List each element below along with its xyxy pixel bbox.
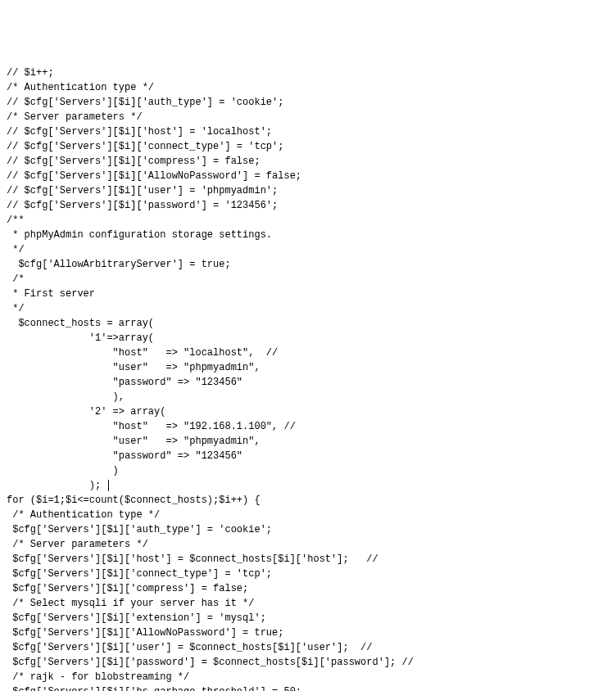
code-line: /** — [7, 213, 609, 228]
code-line: * First server — [7, 287, 609, 301]
code-line: $cfg['Servers'][$i]['connect_type'] = 't… — [7, 567, 609, 581]
code-line: ) — [7, 463, 609, 478]
code-line: $cfg['Servers'][$i]['bs_garbage_threshol… — [7, 684, 609, 691]
code-line: "host" => "localhost", // — [7, 346, 609, 360]
code-line: $connect_hosts = array( — [7, 316, 609, 331]
code-line: /* Authentication type */ — [7, 508, 609, 522]
code-line: /* Server parameters */ — [7, 537, 609, 552]
code-line: */ — [7, 301, 609, 316]
code-line: ); — [7, 478, 609, 493]
code-line: $cfg['Servers'][$i]['compress'] = false; — [7, 581, 609, 596]
code-line: // $cfg['Servers'][$i]['connect_type'] =… — [7, 139, 609, 154]
code-line: /* Authentication type */ — [7, 80, 609, 95]
code-line: /* Server parameters */ — [7, 110, 609, 124]
code-line: $cfg['AllowArbitraryServer'] = true; — [7, 257, 609, 272]
code-line: /* — [7, 272, 609, 287]
code-line: $cfg['Servers'][$i]['extension'] = 'mysq… — [7, 611, 609, 626]
code-line: for ($i=1;$i<=count($connect_hosts);$i++… — [7, 493, 609, 508]
code-line: // $cfg['Servers'][$i]['host'] = 'localh… — [7, 124, 609, 139]
code-line: $cfg['Servers'][$i]['auth_type'] = 'cook… — [7, 522, 609, 537]
code-line: ), — [7, 390, 609, 404]
code-line: $cfg['Servers'][$i]['AllowNoPassword'] =… — [7, 626, 609, 640]
text-cursor — [108, 480, 109, 491]
code-line: $cfg['Servers'][$i]['user'] = $connect_h… — [7, 640, 609, 655]
code-line: /* Select mysqli if your server has it *… — [7, 596, 609, 611]
code-line: // $cfg['Servers'][$i]['user'] = 'phpmya… — [7, 183, 609, 198]
code-line: "user" => "phpmyadmin", — [7, 434, 609, 449]
code-line: // $i++; — [7, 65, 609, 80]
code-line: // $cfg['Servers'][$i]['compress'] = fal… — [7, 154, 609, 169]
code-line: "password" => "123456" — [7, 375, 609, 390]
code-line: "password" => "123456" — [7, 449, 609, 463]
code-line: '2' => array( — [7, 404, 609, 419]
code-line: // $cfg['Servers'][$i]['AllowNoPassword'… — [7, 169, 609, 183]
code-block: // $i++;/* Authentication type */// $cfg… — [7, 65, 609, 691]
code-line: $cfg['Servers'][$i]['password'] = $conne… — [7, 655, 609, 670]
code-line: */ — [7, 242, 609, 257]
code-line: // $cfg['Servers'][$i]['password'] = '12… — [7, 198, 609, 213]
code-line: "host" => "192.168.1.100", // — [7, 419, 609, 434]
code-line: "user" => "phpmyadmin", — [7, 360, 609, 375]
code-line: $cfg['Servers'][$i]['host'] = $connect_h… — [7, 552, 609, 567]
code-line: // $cfg['Servers'][$i]['auth_type'] = 'c… — [7, 95, 609, 110]
code-line: * phpMyAdmin configuration storage setti… — [7, 228, 609, 242]
code-line: /* rajk - for blobstreaming */ — [7, 670, 609, 684]
code-line: '1'=>array( — [7, 331, 609, 346]
